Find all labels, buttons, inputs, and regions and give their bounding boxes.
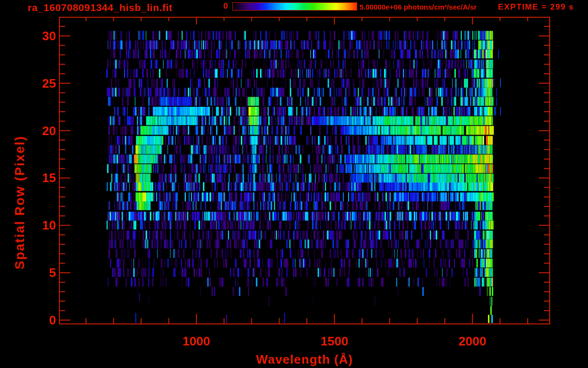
y-axis-title: Spatial Row (Pixel) — [13, 107, 28, 299]
y-tick-label: 10 — [26, 218, 56, 233]
y-tick-label: 15 — [26, 171, 56, 185]
colorbar-gradient — [232, 2, 357, 11]
spectrogram-window: { "header": { "title": "ra_160708091344_… — [0, 0, 588, 368]
x-tick-label: 1000 — [173, 334, 219, 349]
file-title: ra_160708091344_hisb_lin.fit — [28, 2, 172, 13]
y-tick-label: 25 — [26, 76, 56, 91]
exptime-label: EXPTIME = 299 s — [498, 2, 574, 12]
x-tick-label: 1500 — [311, 334, 357, 349]
y-tick-label: 5 — [26, 265, 56, 280]
colorbar-min-label: 0 — [208, 1, 228, 11]
spectrogram-canvas — [0, 0, 588, 368]
colorbar-max-label: 5.00000e+06 photons/cm²/sec/A/sr — [360, 3, 477, 11]
y-tick-label: 30 — [26, 29, 56, 44]
x-axis-title: Wavelength (Å) — [242, 352, 367, 367]
x-tick-label: 2000 — [450, 334, 496, 349]
y-tick-label: 20 — [26, 124, 56, 138]
y-tick-label: 0 — [26, 313, 56, 328]
